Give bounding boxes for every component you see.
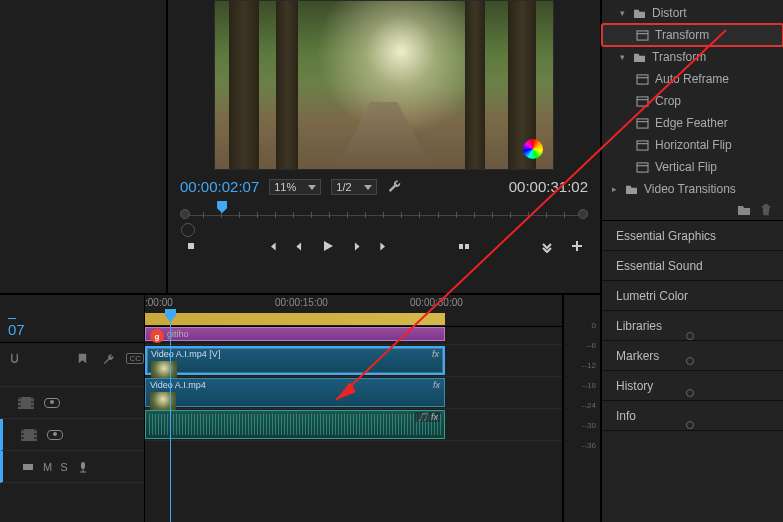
ruler-label: 00:00:30:00 (410, 297, 463, 308)
graphic-clip[interactable]: g gitiho (145, 327, 445, 341)
eye-icon[interactable] (44, 398, 60, 408)
ruler-label: 00:00:15:00 (275, 297, 328, 308)
effect-label: Edge Feather (655, 116, 728, 130)
folder-icon (633, 52, 646, 63)
mark-in-button[interactable] (184, 239, 198, 256)
current-timecode[interactable]: 00:00:02:07 (180, 178, 259, 195)
panel-history[interactable]: History (602, 371, 783, 401)
meter-label: --6 (586, 341, 596, 350)
panel-essential-graphics[interactable]: Essential Graphics (602, 221, 783, 251)
effect-vertical-flip[interactable]: Vertical Flip (602, 156, 783, 178)
step-forward-button[interactable] (351, 240, 362, 255)
film-icon (21, 429, 37, 441)
go-to-in-button[interactable] (267, 240, 278, 255)
video-clip-v2[interactable]: Video A.I.mp4 [V] fx (145, 346, 445, 375)
track-v2-header[interactable] (0, 387, 144, 419)
chevron-down-icon[interactable]: ▾ (618, 52, 627, 62)
folder-video-transitions[interactable]: ▸ Video Transitions (602, 178, 783, 200)
logo-icon: g (150, 329, 164, 343)
timeline-timecode[interactable]: 07 (8, 321, 136, 338)
svg-rect-7 (637, 118, 648, 127)
audio-clip-a1[interactable]: 🎵 fx (145, 410, 445, 439)
meter-label: 0 (592, 321, 596, 330)
effect-label: Vertical Flip (655, 160, 717, 174)
go-to-out-button[interactable] (378, 240, 389, 255)
folder-distort[interactable]: ▾ Distort (602, 2, 783, 24)
resolution-dropdown[interactable]: 1/2 (331, 179, 376, 195)
preset-icon (636, 96, 649, 107)
track-v1-header[interactable] (0, 419, 144, 451)
meter-label: --24 (582, 401, 596, 410)
effect-transform[interactable]: Transform (602, 24, 783, 46)
chevron-down-icon[interactable]: ▾ (618, 8, 627, 18)
folder-label: Transform (652, 50, 706, 64)
step-back-button[interactable] (294, 240, 305, 255)
track-v3-header[interactable] (0, 369, 144, 387)
folder-transform[interactable]: ▾ Transform (602, 46, 783, 68)
chevron-right-icon[interactable]: ▸ (610, 184, 619, 194)
svg-rect-6 (637, 96, 648, 105)
voiceover-icon[interactable] (76, 460, 90, 474)
add-button[interactable] (570, 239, 584, 256)
fx-badge: fx (432, 349, 439, 359)
meter-label: --36 (582, 441, 596, 450)
wrench-icon[interactable] (101, 352, 114, 365)
track-a1-header[interactable]: M S (0, 451, 144, 483)
timeline-ruler[interactable]: :00:00 00:00:15:00 00:00:30:00 (145, 295, 562, 327)
svg-rect-0 (459, 244, 463, 249)
panel-essential-sound[interactable]: Essential Sound (602, 251, 783, 281)
snap-icon[interactable] (8, 352, 21, 365)
new-bin-icon[interactable] (737, 204, 751, 216)
panel-lumetri-color[interactable]: Lumetri Color (602, 281, 783, 311)
effect-horizontal-flip[interactable]: Horizontal Flip (602, 134, 783, 156)
program-video-preview[interactable] (214, 0, 554, 170)
effect-edge-feather[interactable]: Edge Feather (602, 112, 783, 134)
video-clip-v1[interactable]: Video A.I.mp4 fx (145, 378, 445, 407)
trash-icon[interactable] (759, 204, 773, 216)
program-scrubber[interactable] (185, 203, 582, 227)
zoom-dropdown[interactable]: 11% (269, 179, 321, 195)
effects-panel: ▾ Distort Transform ▾ Transform Auto Ref… (602, 0, 783, 221)
preset-icon (636, 74, 649, 85)
effect-label: Transform (655, 28, 709, 42)
folder-icon (625, 184, 638, 195)
audio-meter: 0 --6 --12 --18 --24 --30 --36 (562, 295, 600, 522)
eye-icon[interactable] (47, 430, 63, 440)
preset-icon (636, 140, 649, 151)
meter-label: --18 (582, 381, 596, 390)
panel-markers[interactable]: Markers (602, 341, 783, 371)
effect-crop[interactable]: Crop (602, 90, 783, 112)
play-button[interactable] (321, 239, 335, 256)
track-output-toggle[interactable] (686, 332, 694, 340)
film-icon (18, 397, 34, 409)
color-wheel-icon (523, 139, 543, 159)
program-monitor: 00:00:02:07 11% 1/2 00:00:31:02 (0, 0, 600, 295)
track-output-toggle[interactable] (686, 357, 694, 365)
more-button[interactable] (540, 239, 554, 256)
effect-auto-reframe[interactable]: Auto Reframe (602, 68, 783, 90)
effect-label: Auto Reframe (655, 72, 729, 86)
clip-thumbnail (150, 392, 176, 410)
duration-timecode: 00:00:31:02 (509, 178, 588, 195)
preset-icon (636, 118, 649, 129)
clip-label: Video A.I.mp4 (150, 380, 206, 390)
mute-button[interactable]: M (43, 461, 52, 473)
track-output-toggle[interactable] (686, 389, 694, 397)
folder-icon (633, 8, 646, 19)
audio-icon (21, 460, 35, 474)
folder-label: Video Transitions (644, 182, 736, 196)
settings-wrench-icon[interactable] (387, 178, 401, 195)
source-panel-area (0, 0, 168, 293)
svg-rect-3 (81, 462, 85, 469)
ruler-label: :00:00 (145, 297, 173, 308)
svg-rect-2 (23, 464, 33, 470)
svg-rect-9 (637, 162, 648, 171)
meter-label: --12 (582, 361, 596, 370)
solo-button[interactable]: S (60, 461, 67, 473)
marker-icon[interactable] (76, 352, 89, 365)
track-output-toggle[interactable] (686, 421, 694, 429)
cc-icon[interactable]: CC (126, 353, 144, 364)
lift-button[interactable] (457, 239, 471, 256)
folder-label: Distort (652, 6, 687, 20)
preset-icon (636, 30, 649, 41)
